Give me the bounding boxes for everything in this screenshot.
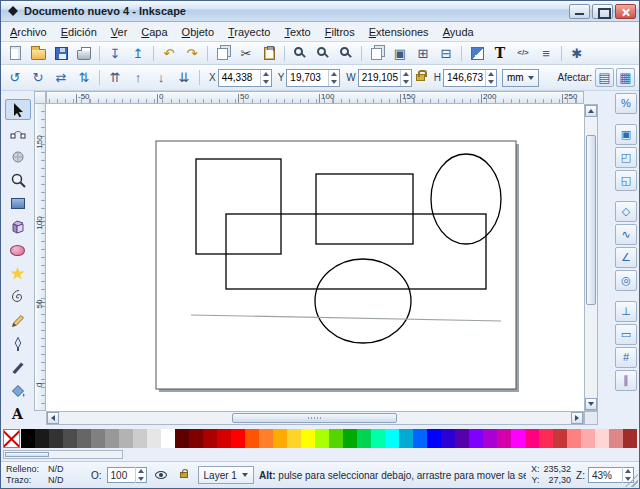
- close-button[interactable]: [615, 4, 636, 19]
- snap-nodes-button[interactable]: ◇: [615, 201, 637, 222]
- horizontal-scroll-thumb[interactable]: [232, 413, 397, 423]
- palette-swatch[interactable]: [497, 429, 511, 448]
- zoom-field[interactable]: 43%: [588, 467, 634, 483]
- redo-button[interactable]: ↷: [181, 43, 203, 63]
- no-color-swatch[interactable]: [3, 429, 20, 448]
- menu-ver[interactable]: Ver: [104, 23, 135, 41]
- snap-midpoints-button[interactable]: ⊥: [615, 301, 637, 322]
- palette-swatch[interactable]: [371, 429, 385, 448]
- palette-swatch[interactable]: [455, 429, 469, 448]
- zoom-page-button[interactable]: [335, 43, 357, 63]
- undo-button[interactable]: ↶: [158, 43, 180, 63]
- rotate-cw-button[interactable]: ↻: [27, 68, 49, 88]
- palette-swatch[interactable]: [553, 429, 567, 448]
- palette-swatch[interactable]: [329, 429, 343, 448]
- palette-swatch[interactable]: [133, 429, 147, 448]
- palette-swatch[interactable]: [483, 429, 497, 448]
- y-field[interactable]: 19,703: [286, 69, 340, 87]
- palette-swatch[interactable]: [427, 429, 441, 448]
- palette-swatch[interactable]: [525, 429, 539, 448]
- affect-patterns-button[interactable]: ▦: [616, 68, 635, 87]
- pencil-tool-button[interactable]: [5, 310, 31, 331]
- palette-swatch[interactable]: [147, 429, 161, 448]
- star-tool-button[interactable]: [5, 263, 31, 284]
- text-tool-button[interactable]: A: [5, 403, 31, 424]
- spin-down-icon[interactable]: [488, 80, 494, 84]
- xml-editor-button[interactable]: </>: [512, 43, 534, 63]
- layer-visibility-button[interactable]: [152, 467, 170, 483]
- menu-objeto[interactable]: Objeto: [175, 23, 221, 41]
- menu-filtros[interactable]: Filtros: [318, 23, 362, 41]
- vertical-scroll-thumb[interactable]: [586, 135, 596, 305]
- palette-swatch[interactable]: [35, 429, 49, 448]
- ungroup-button[interactable]: ⊟: [435, 43, 457, 63]
- vertical-scrollbar[interactable]: [584, 104, 598, 411]
- spin-arrows[interactable]: [328, 70, 339, 86]
- spin-arrows[interactable]: [622, 467, 633, 483]
- spiral-tool-button[interactable]: [5, 286, 31, 307]
- import-button[interactable]: ↧: [104, 43, 126, 63]
- vertical-ruler[interactable]: 150100500: [34, 104, 46, 411]
- horizontal-ruler[interactable]: -50050100150200250: [46, 91, 584, 104]
- palette-swatch[interactable]: [567, 429, 581, 448]
- lower-button[interactable]: ↓: [150, 68, 172, 88]
- opacity-field[interactable]: 100: [107, 467, 147, 483]
- titlebar[interactable]: Documento nuevo 4 - Inkscape: [1, 1, 639, 22]
- scroll-left-icon[interactable]: [47, 412, 59, 424]
- palette-swatch[interactable]: [595, 429, 609, 448]
- new-document-button[interactable]: [4, 43, 26, 63]
- paint-bucket-tool-button[interactable]: [5, 380, 31, 401]
- palette-swatch[interactable]: [231, 429, 245, 448]
- palette-swatch[interactable]: [77, 429, 91, 448]
- snap-grid-button[interactable]: #: [615, 347, 637, 368]
- pen-tool-button[interactable]: [5, 333, 31, 354]
- palette-swatch[interactable]: [511, 429, 525, 448]
- palette-swatch[interactable]: [273, 429, 287, 448]
- palette-swatch[interactable]: [609, 429, 623, 448]
- palette-swatch[interactable]: [343, 429, 357, 448]
- unit-dropdown[interactable]: mm: [502, 69, 539, 87]
- palette-swatch[interactable]: [259, 429, 273, 448]
- palette-swatch[interactable]: [91, 429, 105, 448]
- snap-guides-button[interactable]: ∥: [615, 370, 637, 391]
- tweak-tool-button[interactable]: [5, 146, 31, 167]
- flip-horizontal-button[interactable]: ⇄: [50, 68, 72, 88]
- flip-vertical-button[interactable]: ⇅: [73, 68, 95, 88]
- spin-arrows[interactable]: [260, 70, 271, 86]
- spin-up-icon[interactable]: [331, 72, 337, 76]
- selector-tool-button[interactable]: [5, 99, 31, 120]
- preferences-button[interactable]: ✱: [566, 43, 588, 63]
- menu-texto[interactable]: Texto: [277, 23, 317, 41]
- palette-swatch[interactable]: [63, 429, 77, 448]
- palette-swatch[interactable]: [161, 429, 175, 448]
- raise-to-top-button[interactable]: ⇈: [104, 68, 126, 88]
- palette-swatch[interactable]: [189, 429, 203, 448]
- snap-toggle-button[interactable]: %: [615, 93, 637, 114]
- calligraphy-tool-button[interactable]: [5, 357, 31, 378]
- palette-swatch[interactable]: [441, 429, 455, 448]
- scroll-up-icon[interactable]: [585, 105, 597, 117]
- scroll-right-icon[interactable]: [571, 412, 583, 424]
- paste-button[interactable]: [258, 43, 280, 63]
- rectangle-tool-button[interactable]: [5, 193, 31, 214]
- palette-swatch[interactable]: [203, 429, 217, 448]
- spin-up-icon[interactable]: [403, 72, 409, 76]
- spin-up-icon[interactable]: [488, 72, 494, 76]
- palette-swatch[interactable]: [49, 429, 63, 448]
- spin-arrows[interactable]: [135, 467, 146, 483]
- layer-dropdown[interactable]: Layer 1: [198, 466, 254, 484]
- palette-swatch[interactable]: [399, 429, 413, 448]
- snap-object-centers-button[interactable]: ◎: [615, 270, 637, 291]
- lock-ratio-icon[interactable]: [416, 74, 425, 81]
- export-button[interactable]: ↥: [127, 43, 149, 63]
- h-field[interactable]: 146,673: [443, 69, 497, 87]
- fill-stroke-dialog-button[interactable]: [466, 43, 488, 63]
- box3d-tool-button[interactable]: [5, 216, 31, 237]
- palette-swatch[interactable]: [539, 429, 553, 448]
- palette-swatch[interactable]: [357, 429, 371, 448]
- maximize-button[interactable]: [592, 4, 613, 19]
- open-document-button[interactable]: [27, 43, 49, 63]
- duplicate-button[interactable]: [366, 43, 388, 63]
- print-document-button[interactable]: [73, 43, 95, 63]
- spin-arrows[interactable]: [400, 70, 411, 86]
